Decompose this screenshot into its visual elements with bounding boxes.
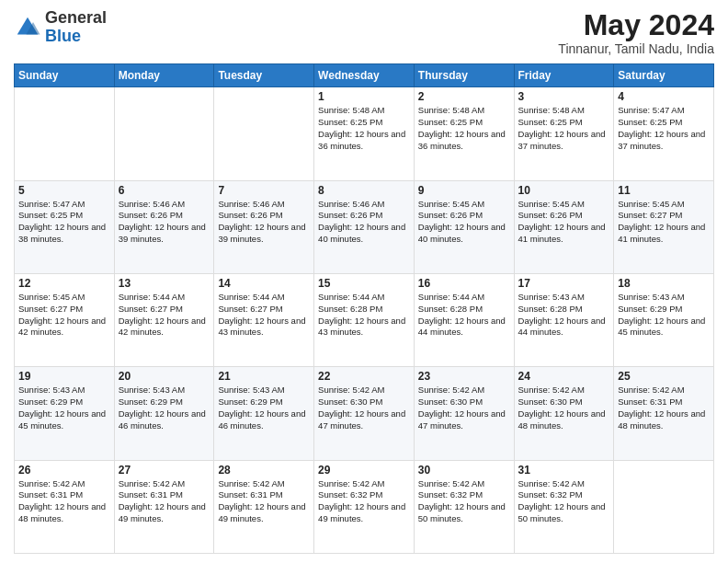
day-info: Sunrise: 5:42 AMSunset: 6:32 PMDaylight:… <box>518 478 610 525</box>
calendar-cell: 26Sunrise: 5:42 AMSunset: 6:31 PMDayligh… <box>15 460 115 553</box>
calendar-cell: 24Sunrise: 5:42 AMSunset: 6:30 PMDayligh… <box>514 367 614 460</box>
day-info: Sunrise: 5:42 AMSunset: 6:31 PMDaylight:… <box>218 478 310 525</box>
header: General Blue May 2024 Tinnanur, Tamil Na… <box>14 9 714 56</box>
calendar-cell: 31Sunrise: 5:42 AMSunset: 6:32 PMDayligh… <box>514 460 614 553</box>
calendar-cell: 4Sunrise: 5:47 AMSunset: 6:25 PMDaylight… <box>614 87 714 180</box>
logo: General Blue <box>14 9 107 46</box>
calendar-cell: 19Sunrise: 5:43 AMSunset: 6:29 PMDayligh… <box>15 367 115 460</box>
day-info: Sunrise: 5:42 AMSunset: 6:31 PMDaylight:… <box>119 478 210 525</box>
day-info: Sunrise: 5:42 AMSunset: 6:30 PMDaylight:… <box>518 385 610 431</box>
calendar-cell: 21Sunrise: 5:43 AMSunset: 6:29 PMDayligh… <box>214 367 314 460</box>
day-number: 21 <box>218 370 310 383</box>
day-number: 30 <box>418 464 510 477</box>
day-number: 3 <box>518 90 610 103</box>
day-number: 28 <box>218 464 310 477</box>
day-info: Sunrise: 5:42 AMSunset: 6:32 PMDaylight:… <box>418 478 510 525</box>
main-title: May 2024 <box>558 9 714 41</box>
day-number: 6 <box>119 184 210 197</box>
day-info: Sunrise: 5:45 AMSunset: 6:26 PMDaylight:… <box>418 199 510 246</box>
day-info: Sunrise: 5:45 AMSunset: 6:26 PMDaylight:… <box>518 199 610 246</box>
calendar-cell: 22Sunrise: 5:42 AMSunset: 6:30 PMDayligh… <box>314 367 415 460</box>
day-info: Sunrise: 5:46 AMSunset: 6:26 PMDaylight:… <box>119 199 210 246</box>
day-number: 19 <box>18 370 110 383</box>
day-info: Sunrise: 5:46 AMSunset: 6:26 PMDaylight:… <box>318 199 410 246</box>
calendar-header-row: SundayMondayTuesdayWednesdayThursdayFrid… <box>15 64 714 87</box>
calendar-cell: 1Sunrise: 5:48 AMSunset: 6:25 PMDaylight… <box>314 87 415 180</box>
day-number: 16 <box>418 277 510 290</box>
day-info: Sunrise: 5:47 AMSunset: 6:25 PMDaylight:… <box>18 199 110 246</box>
day-info: Sunrise: 5:45 AMSunset: 6:27 PMDaylight:… <box>618 199 710 246</box>
calendar-cell: 11Sunrise: 5:45 AMSunset: 6:27 PMDayligh… <box>614 180 714 273</box>
day-number: 10 <box>518 184 610 197</box>
calendar-cell: 16Sunrise: 5:44 AMSunset: 6:28 PMDayligh… <box>414 273 514 366</box>
calendar-cell <box>114 87 214 180</box>
day-number: 2 <box>418 90 510 103</box>
day-info: Sunrise: 5:43 AMSunset: 6:28 PMDaylight:… <box>518 292 610 339</box>
day-info: Sunrise: 5:43 AMSunset: 6:29 PMDaylight:… <box>618 292 710 339</box>
day-info: Sunrise: 5:44 AMSunset: 6:27 PMDaylight:… <box>218 292 310 339</box>
day-info: Sunrise: 5:44 AMSunset: 6:28 PMDaylight:… <box>318 292 410 339</box>
calendar-cell <box>15 87 115 180</box>
day-info: Sunrise: 5:43 AMSunset: 6:29 PMDaylight:… <box>218 385 310 431</box>
calendar-cell: 6Sunrise: 5:46 AMSunset: 6:26 PMDaylight… <box>114 180 214 273</box>
calendar-week-5: 26Sunrise: 5:42 AMSunset: 6:31 PMDayligh… <box>15 460 714 553</box>
day-info: Sunrise: 5:43 AMSunset: 6:29 PMDaylight:… <box>18 385 110 431</box>
day-info: Sunrise: 5:42 AMSunset: 6:30 PMDaylight:… <box>418 385 510 431</box>
logo-general-text: General <box>45 9 107 28</box>
day-info: Sunrise: 5:42 AMSunset: 6:31 PMDaylight:… <box>18 478 110 525</box>
day-number: 12 <box>18 277 110 290</box>
calendar-cell: 29Sunrise: 5:42 AMSunset: 6:32 PMDayligh… <box>314 460 415 553</box>
page: General Blue May 2024 Tinnanur, Tamil Na… <box>0 0 728 563</box>
day-info: Sunrise: 5:44 AMSunset: 6:27 PMDaylight:… <box>119 292 210 339</box>
calendar-cell: 8Sunrise: 5:46 AMSunset: 6:26 PMDaylight… <box>314 180 415 273</box>
calendar-cell: 12Sunrise: 5:45 AMSunset: 6:27 PMDayligh… <box>15 273 115 366</box>
day-number: 25 <box>618 370 710 383</box>
day-info: Sunrise: 5:48 AMSunset: 6:25 PMDaylight:… <box>418 105 510 152</box>
calendar-week-3: 12Sunrise: 5:45 AMSunset: 6:27 PMDayligh… <box>15 273 714 366</box>
day-number: 15 <box>318 277 410 290</box>
calendar-week-1: 1Sunrise: 5:48 AMSunset: 6:25 PMDaylight… <box>15 87 714 180</box>
calendar-cell: 7Sunrise: 5:46 AMSunset: 6:26 PMDaylight… <box>214 180 314 273</box>
day-number: 17 <box>518 277 610 290</box>
title-block: May 2024 Tinnanur, Tamil Nadu, India <box>558 9 714 56</box>
calendar-cell: 5Sunrise: 5:47 AMSunset: 6:25 PMDaylight… <box>15 180 115 273</box>
day-number: 24 <box>518 370 610 383</box>
logo-blue-text: Blue <box>45 28 107 46</box>
day-number: 5 <box>18 184 110 197</box>
day-number: 7 <box>218 184 310 197</box>
day-info: Sunrise: 5:42 AMSunset: 6:32 PMDaylight:… <box>318 478 410 525</box>
day-number: 13 <box>119 277 210 290</box>
calendar-cell: 2Sunrise: 5:48 AMSunset: 6:25 PMDaylight… <box>414 87 514 180</box>
day-number: 31 <box>518 464 610 477</box>
calendar-header-friday: Friday <box>514 64 614 87</box>
calendar-cell: 17Sunrise: 5:43 AMSunset: 6:28 PMDayligh… <box>514 273 614 366</box>
day-info: Sunrise: 5:43 AMSunset: 6:29 PMDaylight:… <box>119 385 210 431</box>
day-info: Sunrise: 5:42 AMSunset: 6:30 PMDaylight:… <box>318 385 410 431</box>
day-number: 4 <box>618 90 710 103</box>
calendar-cell: 14Sunrise: 5:44 AMSunset: 6:27 PMDayligh… <box>214 273 314 366</box>
day-number: 26 <box>18 464 110 477</box>
day-info: Sunrise: 5:48 AMSunset: 6:25 PMDaylight:… <box>518 105 610 152</box>
day-info: Sunrise: 5:42 AMSunset: 6:31 PMDaylight:… <box>618 385 710 431</box>
day-info: Sunrise: 5:46 AMSunset: 6:26 PMDaylight:… <box>218 199 310 246</box>
calendar-cell: 18Sunrise: 5:43 AMSunset: 6:29 PMDayligh… <box>614 273 714 366</box>
calendar-cell: 10Sunrise: 5:45 AMSunset: 6:26 PMDayligh… <box>514 180 614 273</box>
calendar-header-tuesday: Tuesday <box>214 64 314 87</box>
day-info: Sunrise: 5:48 AMSunset: 6:25 PMDaylight:… <box>318 105 410 152</box>
day-number: 14 <box>218 277 310 290</box>
day-number: 23 <box>418 370 510 383</box>
calendar-header-wednesday: Wednesday <box>314 64 415 87</box>
day-number: 29 <box>318 464 410 477</box>
day-number: 20 <box>119 370 210 383</box>
calendar-table: SundayMondayTuesdayWednesdayThursdayFrid… <box>14 63 714 554</box>
day-number: 27 <box>119 464 210 477</box>
calendar-cell: 9Sunrise: 5:45 AMSunset: 6:26 PMDaylight… <box>414 180 514 273</box>
calendar-cell: 15Sunrise: 5:44 AMSunset: 6:28 PMDayligh… <box>314 273 415 366</box>
calendar-cell: 23Sunrise: 5:42 AMSunset: 6:30 PMDayligh… <box>414 367 514 460</box>
day-number: 11 <box>618 184 710 197</box>
calendar-cell: 28Sunrise: 5:42 AMSunset: 6:31 PMDayligh… <box>214 460 314 553</box>
day-number: 18 <box>618 277 710 290</box>
day-number: 9 <box>418 184 510 197</box>
day-number: 22 <box>318 370 410 383</box>
calendar-cell: 3Sunrise: 5:48 AMSunset: 6:25 PMDaylight… <box>514 87 614 180</box>
